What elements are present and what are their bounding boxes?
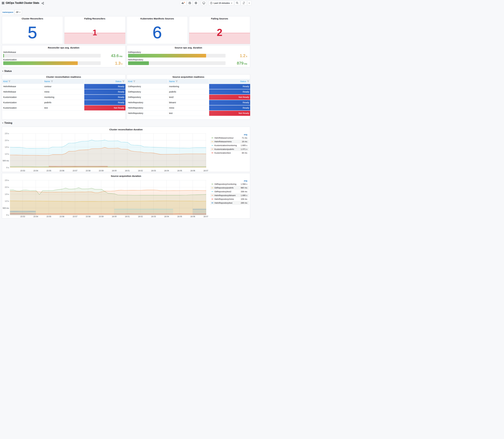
svg-text:0 s: 0 s [6,167,9,169]
svg-text:16:05: 16:05 [177,216,182,218]
svg-text:16:03: 16:03 [151,216,156,218]
svg-text:16:04: 16:04 [164,216,169,218]
svg-text:16:07: 16:07 [203,170,208,172]
svg-text:15:56: 15:56 [60,216,64,218]
svg-text:15:53: 15:53 [20,216,25,218]
svg-text:16:04: 16:04 [164,170,169,172]
svg-text:16:01: 16:01 [125,170,130,172]
svg-text:16:01: 16:01 [125,216,130,218]
svg-text:15:56: 15:56 [60,170,64,172]
svg-text:16:00: 16:00 [112,170,117,172]
svg-text:500 ms: 500 ms [3,160,9,162]
svg-text:16:06: 16:06 [190,216,195,218]
svg-text:16:05: 16:05 [177,170,182,172]
svg-text:2.0 s: 2.0 s [5,186,9,188]
svg-text:15:57: 15:57 [73,170,77,172]
svg-text:15:58: 15:58 [86,216,90,218]
svg-text:1.5 s: 1.5 s [5,193,9,195]
svg-text:16:00: 16:00 [112,216,117,218]
svg-text:1.5 s: 1.5 s [5,146,9,148]
svg-text:1.0 s: 1.0 s [5,153,9,155]
svg-text:0 s: 0 s [6,214,9,216]
svg-text:15:55: 15:55 [46,170,51,172]
svg-text:15:54: 15:54 [33,216,38,218]
svg-text:15:59: 15:59 [99,170,103,172]
svg-text:500 ms: 500 ms [3,207,9,209]
svg-text:15:59: 15:59 [99,216,103,218]
svg-text:15:55: 15:55 [46,216,51,218]
svg-text:2.5 s: 2.5 s [5,133,9,134]
svg-text:15:58: 15:58 [86,170,90,172]
svg-text:16:03: 16:03 [151,170,156,172]
svg-text:16:02: 16:02 [138,216,143,218]
svg-text:16:02: 16:02 [138,170,143,172]
svg-text:15:57: 15:57 [73,216,77,218]
svg-text:2.5 s: 2.5 s [5,179,9,182]
svg-text:16:06: 16:06 [190,170,195,172]
svg-text:15:54: 15:54 [33,170,38,172]
svg-text:15:53: 15:53 [20,170,25,172]
svg-text:2.0 s: 2.0 s [5,139,9,142]
svg-text:1.0 s: 1.0 s [5,200,9,202]
svg-text:16:07: 16:07 [203,216,208,218]
